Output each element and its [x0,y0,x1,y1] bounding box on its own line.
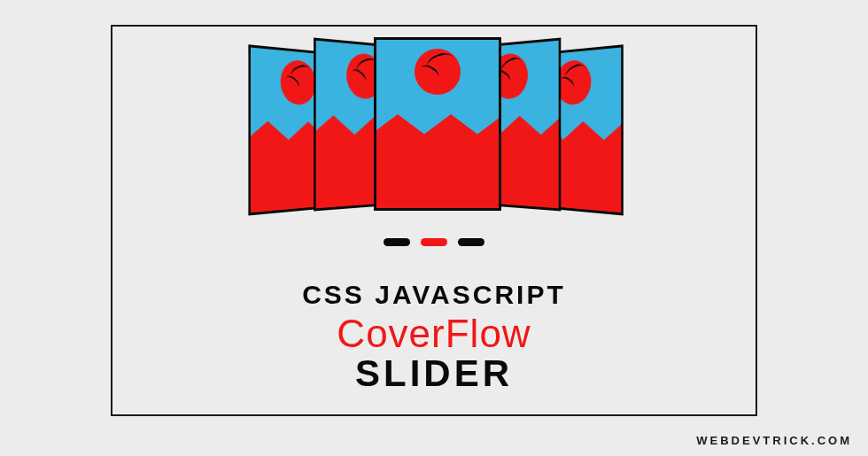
watermark: WEBDEVTRICK.COM [696,434,852,447]
title-line-3: SLIDER [112,352,756,395]
pagination-dot[interactable] [384,238,410,246]
title-line-1: CSS JAVASCRIPT [112,280,756,310]
coverflow-slider[interactable] [112,27,756,239]
pagination-dot-active[interactable] [421,238,447,246]
title-block: CSS JAVASCRIPT CoverFlow SLIDER [112,280,756,395]
title-line-2: CoverFlow [112,312,756,356]
demo-frame: CSS JAVASCRIPT CoverFlow SLIDER [111,25,757,416]
slide-card-active[interactable] [374,37,501,211]
pagination-dot[interactable] [458,238,484,246]
sun-icon [415,49,461,95]
